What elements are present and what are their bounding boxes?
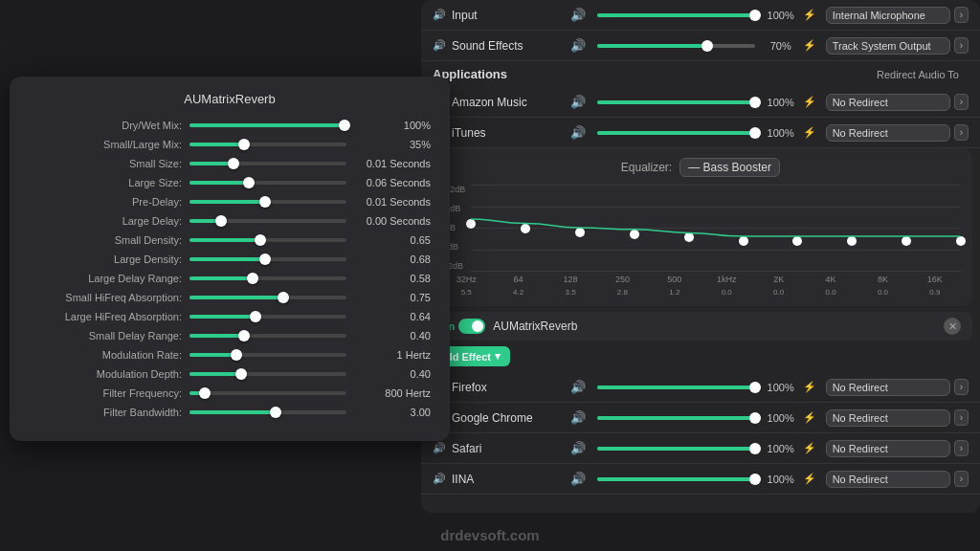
param-value: 0.75: [354, 292, 431, 303]
mute-icon[interactable]: 🔊: [570, 8, 586, 22]
param-label: Modulation Depth:: [29, 368, 182, 380]
param-slider[interactable]: [189, 391, 346, 395]
eq-band-value: 1.2: [649, 288, 701, 297]
eq-band-handle[interactable]: [521, 224, 530, 233]
param-slider[interactable]: [189, 143, 346, 146]
param-slider[interactable]: [189, 372, 346, 376]
eq-band-handle[interactable]: [792, 236, 802, 246]
param-label: Modulation Rate:: [29, 349, 182, 361]
redirect-select[interactable]: No Redirect No Redirect Track System Out…: [826, 440, 950, 457]
chevron-button[interactable]: ›: [954, 94, 969, 110]
param-row: Large Delay Range: 0.58: [29, 273, 431, 284]
mute-icon[interactable]: 🔊: [570, 441, 586, 455]
param-slider[interactable]: [189, 200, 346, 204]
eq-band-handle[interactable]: [956, 236, 966, 246]
eq-band-handle[interactable]: [902, 236, 911, 246]
mute-icon[interactable]: 🔊: [570, 125, 586, 140]
eq-band-handle[interactable]: [466, 219, 476, 229]
eq-preset-select[interactable]: — Bass Booster Flat Treble Booster: [679, 158, 780, 177]
channel-row: 🔊 iTunes 🔊 100% ⚡ No Redirect No Redirec…: [421, 118, 980, 148]
param-value: 1 Hertz: [354, 349, 431, 361]
param-slider[interactable]: [189, 334, 346, 338]
mute-icon[interactable]: 🔊: [570, 95, 586, 109]
redirect-select[interactable]: No Redirect No Redirect Track System Out…: [826, 379, 950, 396]
channel-name: Amazon Music: [452, 96, 567, 109]
channel-row: 🔊 Sound Effects 🔊 70% ⚡ Track System Out…: [421, 31, 980, 61]
param-slider[interactable]: [189, 410, 346, 414]
param-label: Small/Large Mix:: [29, 139, 182, 150]
param-slider[interactable]: [189, 238, 346, 242]
fx-icon: ⚡: [803, 381, 816, 393]
param-slider[interactable]: [189, 162, 346, 165]
redirect-select[interactable]: Internal Microphone No Redirect Track Sy…: [826, 7, 950, 24]
mute-icon[interactable]: 🔊: [570, 380, 586, 394]
mute-icon[interactable]: 🔊: [570, 472, 586, 486]
effects-bar: On AUMatrixReverb ✕: [429, 312, 972, 341]
eq-freq-label: 64: [492, 275, 544, 284]
chevron-button[interactable]: ›: [954, 471, 969, 487]
redirect-select[interactable]: Track System Output No Redirect Track Sy…: [826, 37, 950, 55]
chevron-button[interactable]: ›: [954, 37, 969, 54]
close-effect-button[interactable]: ✕: [944, 318, 961, 335]
param-value: 0.64: [354, 311, 431, 322]
eq-freq-label: 250: [596, 275, 648, 284]
param-label: Dry/Wet Mix:: [29, 120, 182, 131]
chevron-button[interactable]: ›: [954, 379, 969, 395]
param-label: Large Size:: [29, 177, 182, 188]
eq-band-handle[interactable]: [630, 230, 639, 239]
eq-freq-label: 4K: [805, 275, 857, 284]
volume-slider[interactable]: [597, 13, 755, 17]
param-slider[interactable]: [189, 123, 346, 127]
volume-slider[interactable]: [597, 477, 755, 481]
param-slider[interactable]: [189, 257, 346, 261]
volume-slider[interactable]: [597, 100, 755, 104]
eq-band-value: 2.8: [596, 288, 648, 297]
channel-row: 🔊 Safari 🔊 100% ⚡ No Redirect No Redirec…: [421, 433, 980, 464]
redirect-select[interactable]: No Redirect No Redirect Track System Out…: [826, 409, 950, 427]
volume-slider[interactable]: [597, 44, 755, 48]
chevron-button[interactable]: ›: [954, 124, 969, 141]
param-slider[interactable]: [189, 296, 346, 299]
param-row: Large Density: 0.68: [29, 253, 431, 265]
eq-band-handle[interactable]: [575, 228, 585, 237]
param-slider[interactable]: [189, 315, 346, 319]
param-value: 0.65: [354, 234, 431, 246]
eq-band-handle[interactable]: [847, 236, 857, 246]
chevron-button[interactable]: ›: [954, 409, 969, 426]
chevron-button[interactable]: ›: [954, 7, 969, 23]
param-row: Modulation Depth: 0.40: [29, 368, 431, 380]
param-value: 0.00 Seconds: [354, 215, 431, 227]
volume-slider[interactable]: [597, 447, 755, 451]
param-value: 0.06 Seconds: [354, 177, 431, 188]
redirect-select[interactable]: No Redirect No Redirect Track System Out…: [826, 471, 950, 488]
param-slider[interactable]: [189, 276, 346, 280]
param-row: Small Delay Range: 0.40: [29, 330, 431, 342]
toggle-knob: [472, 320, 483, 332]
mute-icon[interactable]: 🔊: [570, 38, 586, 53]
volume-slider[interactable]: [597, 416, 755, 420]
param-slider[interactable]: [189, 353, 346, 357]
redirect-select[interactable]: No Redirect No Redirect Track System Out…: [826, 94, 950, 111]
param-label: Pre-Delay:: [29, 196, 182, 208]
volume-slider[interactable]: [597, 131, 755, 135]
eq-band-handle[interactable]: [739, 236, 748, 246]
eq-band-handle[interactable]: [684, 232, 694, 242]
fx-icon: ⚡: [803, 126, 816, 139]
toggle-switch[interactable]: [458, 319, 485, 334]
channel-name: Sound Effects: [452, 39, 567, 53]
fx-icon: ⚡: [803, 9, 816, 21]
channel-row: 🔊 Input 🔊 100% ⚡ Internal Microphone No …: [421, 0, 980, 31]
param-row: Small HiFreq Absorption: 0.75: [29, 292, 431, 303]
eq-band-value: 0.0: [701, 288, 752, 297]
param-value: 100%: [354, 120, 431, 131]
param-value: 0.58: [354, 273, 431, 284]
redirect-select[interactable]: No Redirect No Redirect Track System Out…: [826, 124, 950, 142]
param-slider[interactable]: [189, 181, 346, 185]
param-value: 0.68: [354, 253, 431, 265]
channel-name: Input: [452, 9, 567, 22]
param-slider[interactable]: [189, 219, 346, 223]
volume-slider[interactable]: [597, 386, 755, 389]
mute-icon[interactable]: 🔊: [570, 410, 586, 425]
chevron-button[interactable]: ›: [954, 440, 969, 456]
channel-icon: 🔊: [433, 39, 446, 52]
